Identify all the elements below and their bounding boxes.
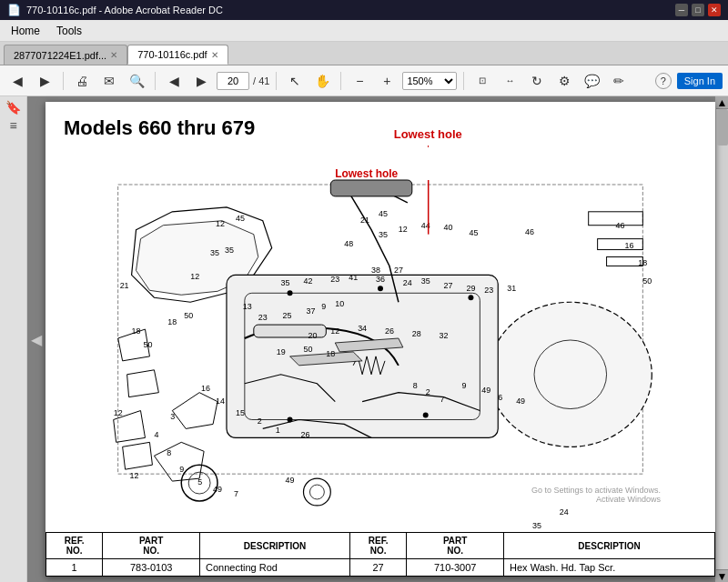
svg-rect-11 bbox=[598, 239, 643, 250]
svg-text:38: 38 bbox=[371, 266, 380, 275]
toolbar-right: ? Sign In bbox=[655, 73, 723, 89]
col-part1: PARTNO. bbox=[103, 533, 200, 559]
svg-text:6: 6 bbox=[498, 393, 502, 402]
svg-text:20: 20 bbox=[308, 331, 317, 340]
fit-page-button[interactable]: ⊡ bbox=[470, 70, 494, 92]
svg-text:23: 23 bbox=[484, 286, 493, 295]
app-icon: 📄 bbox=[7, 4, 21, 16]
tab-pdf1-close[interactable]: ✕ bbox=[110, 50, 117, 60]
col-ref2: REF.NO. bbox=[350, 533, 407, 559]
tools-more[interactable]: ⚙ bbox=[552, 70, 576, 92]
layers-icon[interactable]: ≡ bbox=[9, 118, 16, 133]
pen-button[interactable]: ✏ bbox=[607, 70, 631, 92]
col-desc2: DESCRIPTION bbox=[504, 533, 715, 559]
zoom-in-button[interactable]: + bbox=[375, 70, 399, 92]
svg-text:35: 35 bbox=[379, 230, 388, 239]
toolbar-sep-4 bbox=[340, 72, 341, 90]
svg-text:12: 12 bbox=[216, 219, 225, 228]
svg-text:45: 45 bbox=[379, 209, 388, 218]
back-button[interactable]: ◀ bbox=[5, 70, 29, 92]
email-button[interactable]: ✉ bbox=[97, 70, 121, 92]
svg-text:13: 13 bbox=[243, 302, 252, 311]
scroll-down-button[interactable]: ▼ bbox=[716, 569, 729, 582]
maximize-button[interactable]: □ bbox=[692, 4, 704, 16]
svg-text:10: 10 bbox=[335, 299, 344, 308]
svg-text:45: 45 bbox=[469, 228, 478, 237]
svg-text:12: 12 bbox=[399, 225, 408, 234]
zoom-out-button[interactable]: − bbox=[348, 70, 371, 92]
help-button[interactable]: ? bbox=[655, 73, 672, 89]
left-panel: 🔖 ≡ bbox=[0, 96, 27, 582]
hand-tool[interactable]: ✋ bbox=[310, 70, 334, 92]
svg-text:40: 40 bbox=[444, 223, 453, 232]
fit-width-button[interactable]: ↔ bbox=[498, 70, 521, 92]
svg-text:24: 24 bbox=[560, 507, 569, 517]
svg-rect-3 bbox=[227, 275, 498, 437]
comment-button[interactable]: 💬 bbox=[580, 70, 603, 92]
page-content: Models 660 thru 679 Lowest hole bbox=[46, 102, 715, 577]
parts-table: REF.NO. PARTNO. DESCRIPTION REF.NO. PART… bbox=[46, 532, 715, 577]
svg-point-14 bbox=[288, 290, 293, 296]
svg-point-16 bbox=[468, 295, 473, 300]
minimize-button[interactable]: ─ bbox=[675, 4, 688, 16]
svg-text:7: 7 bbox=[234, 489, 238, 498]
svg-text:49: 49 bbox=[286, 476, 295, 485]
print-button[interactable]: 🖨 bbox=[70, 70, 94, 92]
rotate-button[interactable]: ↻ bbox=[525, 70, 549, 92]
svg-text:3: 3 bbox=[170, 412, 175, 421]
svg-text:32: 32 bbox=[440, 331, 449, 340]
tab-pdf2[interactable]: 770-10116c.pdf ✕ bbox=[127, 45, 228, 65]
tab-pdf2-close[interactable]: ✕ bbox=[211, 50, 218, 60]
close-button[interactable]: ✕ bbox=[708, 4, 721, 16]
next-page-button[interactable]: ▶ bbox=[189, 70, 213, 92]
svg-text:26: 26 bbox=[385, 326, 394, 336]
prev-page-button[interactable]: ◀ bbox=[162, 70, 186, 92]
cursor-tool[interactable]: ↖ bbox=[283, 70, 307, 92]
svg-text:18: 18 bbox=[326, 349, 335, 358]
svg-text:35: 35 bbox=[210, 248, 219, 257]
svg-text:12: 12 bbox=[114, 408, 123, 417]
page-total: / 41 bbox=[253, 75, 269, 86]
svg-text:35: 35 bbox=[421, 276, 430, 286]
scroll-left-arrow[interactable]: ◀ bbox=[31, 331, 42, 348]
svg-rect-5 bbox=[330, 180, 411, 196]
bookmark-icon[interactable]: 🔖 bbox=[5, 100, 21, 115]
tab-pdf2-label: 770-10116c.pdf bbox=[137, 49, 207, 60]
page-number-input[interactable] bbox=[217, 72, 249, 90]
search-button[interactable]: 🔍 bbox=[125, 70, 148, 92]
page-title: Models 660 thru 679 bbox=[64, 116, 697, 140]
svg-point-18 bbox=[423, 413, 429, 418]
svg-point-1 bbox=[489, 302, 652, 447]
scroll-up-button[interactable]: ▲ bbox=[716, 96, 729, 109]
signin-button[interactable]: Sign In bbox=[677, 73, 723, 89]
zoom-select[interactable]: 150% 100% 125% 200% bbox=[402, 72, 457, 90]
svg-text:28: 28 bbox=[412, 329, 421, 338]
svg-text:35: 35 bbox=[281, 278, 290, 287]
menu-home[interactable]: Home bbox=[4, 23, 47, 39]
col-desc1: DESCRIPTION bbox=[200, 533, 350, 559]
tab-pdf1[interactable]: 2877071224E1.pdf... ✕ bbox=[4, 45, 127, 65]
svg-text:1: 1 bbox=[276, 426, 280, 435]
svg-text:35: 35 bbox=[225, 246, 234, 255]
svg-text:41: 41 bbox=[349, 273, 358, 282]
forward-button[interactable]: ▶ bbox=[33, 70, 56, 92]
svg-text:9: 9 bbox=[179, 465, 184, 474]
svg-text:49: 49 bbox=[481, 386, 490, 395]
svg-text:21: 21 bbox=[120, 281, 129, 290]
svg-text:50: 50 bbox=[303, 345, 312, 354]
parts-table-container: REF.NO. PARTNO. DESCRIPTION REF.NO. PART… bbox=[46, 532, 715, 577]
toolbar-sep-5 bbox=[463, 72, 464, 90]
menu-tools[interactable]: Tools bbox=[49, 23, 89, 39]
svg-text:31: 31 bbox=[507, 284, 516, 293]
svg-point-15 bbox=[378, 286, 383, 291]
scrollbar-right[interactable]: ▲ ▼ bbox=[715, 96, 728, 582]
svg-text:2: 2 bbox=[426, 387, 430, 396]
title-bar-text: 770-10116c.pdf - Adobe Acrobat Reader DC bbox=[26, 5, 223, 15]
scroll-thumb[interactable] bbox=[717, 109, 728, 146]
svg-text:16: 16 bbox=[201, 384, 210, 393]
col-part2: PARTNO. bbox=[407, 533, 504, 559]
svg-text:7: 7 bbox=[440, 395, 445, 404]
ref1-cell: 1 bbox=[46, 559, 103, 577]
annotation-text: Lowest hole bbox=[394, 127, 462, 141]
svg-point-8 bbox=[303, 478, 330, 506]
